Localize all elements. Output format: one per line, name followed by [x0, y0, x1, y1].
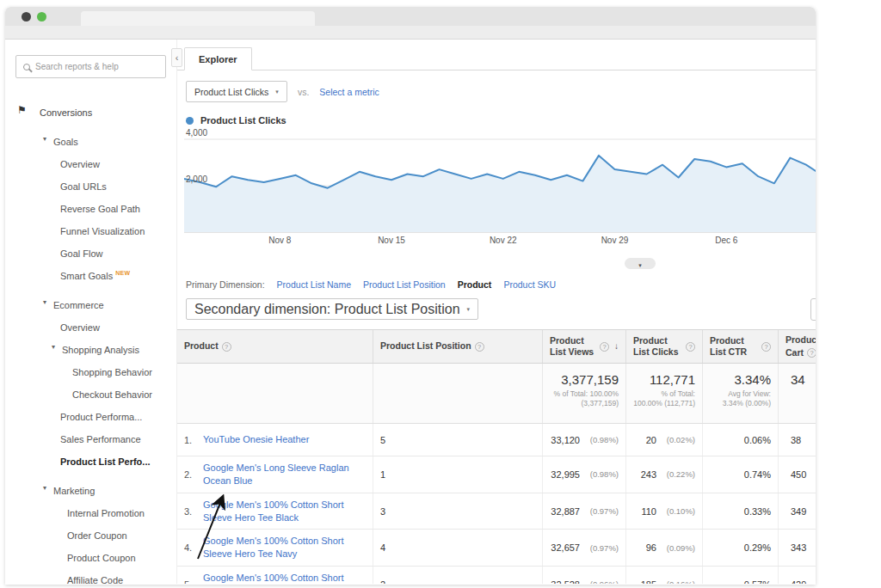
cell-clicks-pct: (0.09%) [661, 543, 695, 553]
column-header-product-list-position[interactable]: Product List Position ? [373, 330, 542, 363]
browser-titlebar [5, 7, 816, 26]
sidebar-item[interactable]: Shopping Behavior [5, 358, 176, 381]
metric-controls: Product List Clicks ▾ vs. Select a metri… [186, 81, 816, 102]
chart-title: Product List Clicks [200, 115, 286, 126]
help-icon[interactable]: ? [807, 348, 816, 358]
help-icon[interactable]: ? [475, 342, 484, 352]
row-rank: 1. [184, 435, 203, 445]
column-header-product[interactable]: Product ? [177, 330, 373, 363]
search-input[interactable] [35, 62, 158, 71]
chevron-down-icon: ▾ [638, 262, 642, 268]
cell-clicks: 243 [641, 469, 656, 480]
cell-cart: 429 [791, 579, 806, 584]
summary-ctr-value: 3.34% [734, 372, 771, 387]
table-search-box[interactable] [810, 298, 816, 321]
sidebar-item[interactable]: Goal Flow [5, 240, 176, 262]
summary-ctr-subtext: Avg for View: 3.34% (0.00%) [710, 389, 771, 409]
cell-clicks: 185 [641, 579, 656, 584]
sidebar-item[interactable]: Sales Performance [5, 426, 176, 448]
help-icon[interactable]: ? [222, 342, 231, 352]
sidebar-item[interactable]: Reverse Goal Path [5, 195, 176, 217]
table-row: 4. Google Men's 100% Cotton Short Sleeve… [177, 530, 816, 567]
summary-cart-value: 34 [791, 372, 805, 387]
sidebar-item[interactable]: Product List Perfo... [5, 448, 176, 470]
sidebar-item[interactable]: Order Coupon [5, 522, 176, 544]
chart-legend: Product List Clicks [186, 115, 816, 126]
cell-ctr: 0.06% [744, 435, 771, 445]
series-dot-icon [186, 117, 194, 125]
table-row: 1. YouTube Onesie Heather 5 33,120 (0.98… [177, 424, 816, 456]
screenshot-canvas: ⚑ Conversions ▾ Goals Overview [0, 0, 881, 588]
sidebar-collapse-button[interactable]: ‹ [171, 48, 182, 67]
sidebar-item[interactable]: Goal URLs [5, 173, 176, 195]
new-badge: NEW [115, 270, 130, 276]
sidebar-item[interactable]: Overview [5, 150, 176, 173]
column-header-product-cart[interactable]: Product Cart ? [778, 330, 816, 363]
caret-down-icon: ▾ [43, 477, 46, 499]
sidebar-item[interactable]: Funnel Visualization [5, 217, 176, 240]
sidebar-item[interactable]: Affiliate Code [5, 567, 176, 584]
select-metric-link[interactable]: Select a metric [319, 87, 379, 97]
cell-views: 33,120 [551, 435, 580, 445]
dimension-product-list-name[interactable]: Product List Name [277, 279, 351, 290]
cell-clicks: 96 [646, 542, 656, 553]
column-header-product-list-clicks[interactable]: Product List Clicks ? [625, 330, 702, 363]
product-link[interactable]: Google Men's 100% Cotton Short Sleeve He… [203, 535, 356, 560]
dimension-product-active[interactable]: Product [458, 279, 492, 290]
row-rank: 4. [184, 542, 203, 553]
window-maximize-button[interactable] [37, 12, 46, 21]
trend-chart[interactable]: 2,0004,000 Nov 8Nov 15Nov 22Nov 29Dec 6D… [184, 131, 816, 256]
sidebar-item[interactable]: Product Performa... [5, 403, 176, 426]
column-header-product-list-views[interactable]: Product List Views ? ↓ [542, 330, 625, 363]
browser-window: ⚑ Conversions ▾ Goals Overview [5, 7, 816, 585]
analytics-app: ⚑ Conversions ▾ Goals Overview [5, 40, 816, 584]
help-icon[interactable]: ? [686, 342, 695, 352]
cell-views-pct: (0.98%) [584, 435, 619, 444]
table-row: 3. Google Men's 100% Cotton Short Sleeve… [177, 493, 816, 530]
window-close-button[interactable] [22, 12, 31, 21]
annotations-expander[interactable]: ▾ [625, 258, 656, 269]
sidebar-item[interactable]: ▾ Marketing [5, 477, 176, 499]
summary-views-subtext: % of Total: 100.00% (3,377,159) [550, 389, 619, 409]
sidebar-item-label: Product Performa... [60, 412, 142, 422]
chart-footer: ▾ [177, 256, 816, 271]
table-body: 1. YouTube Onesie Heather 5 33,120 (0.98… [177, 424, 816, 584]
x-tick-label: Nov 29 [593, 236, 636, 245]
secondary-dimension-dropdown[interactable]: Secondary dimension: Product List Positi… [186, 298, 478, 320]
browser-toolbar [5, 26, 816, 40]
cell-views: 32,657 [551, 542, 580, 553]
metric-selector-dropdown[interactable]: Product List Clicks ▾ [186, 81, 287, 102]
sidebar-item-label: Product Coupon [67, 553, 136, 563]
sidebar-item[interactable]: ▾ Goals [5, 128, 176, 150]
chevron-down-icon: ▾ [275, 89, 279, 95]
tab-explorer[interactable]: Explorer [184, 47, 252, 70]
summary-clicks: 112,771 % of Total: 100.00% (112,771) [625, 364, 702, 423]
sidebar-item[interactable]: ⚑ Conversions [5, 99, 176, 121]
help-icon[interactable]: ? [600, 342, 609, 352]
product-link[interactable]: YouTube Onesie Heather [203, 433, 309, 446]
sidebar-item-label: Affiliate Code [67, 575, 123, 584]
product-link[interactable]: Google Men's 100% Cotton Short Sleeve He… [203, 572, 356, 584]
dimension-product-sku[interactable]: Product SKU [503, 279, 556, 290]
cell-cart: 349 [791, 506, 806, 517]
sidebar-item[interactable]: Internal Promotion [5, 499, 176, 522]
sidebar-item[interactable]: Checkout Behavior [5, 381, 176, 403]
report-search-box[interactable] [15, 55, 166, 78]
product-link[interactable]: Google Men's Long Sleeve Raglan Ocean Bl… [203, 462, 356, 487]
sidebar-item-label: Order Coupon [67, 530, 127, 541]
sidebar-item[interactable]: Product Coupon [5, 544, 176, 567]
product-link[interactable]: Google Men's 100% Cotton Short Sleeve He… [203, 499, 356, 524]
help-icon[interactable]: ? [761, 342, 771, 352]
sidebar-item[interactable]: ▾ Shopping Analysis [5, 336, 176, 358]
primary-dimension-row: Primary Dimension: Product List Name Pro… [186, 279, 816, 290]
dimension-product-list-position[interactable]: Product List Position [363, 279, 446, 290]
browser-tab[interactable] [81, 11, 315, 26]
sidebar-item[interactable]: Overview [5, 314, 176, 336]
cell-clicks: 110 [641, 506, 656, 517]
x-tick-label: Nov 22 [482, 236, 525, 245]
sidebar-item[interactable]: ▾ Ecommerce [5, 291, 176, 314]
sidebar-item[interactable]: Smart GoalsNEW [5, 262, 176, 285]
sidebar-item-label: Internal Promotion [67, 508, 145, 518]
sort-desc-icon: ↓ [614, 341, 619, 352]
column-header-product-list-ctr[interactable]: Product List CTR ? [702, 330, 778, 363]
